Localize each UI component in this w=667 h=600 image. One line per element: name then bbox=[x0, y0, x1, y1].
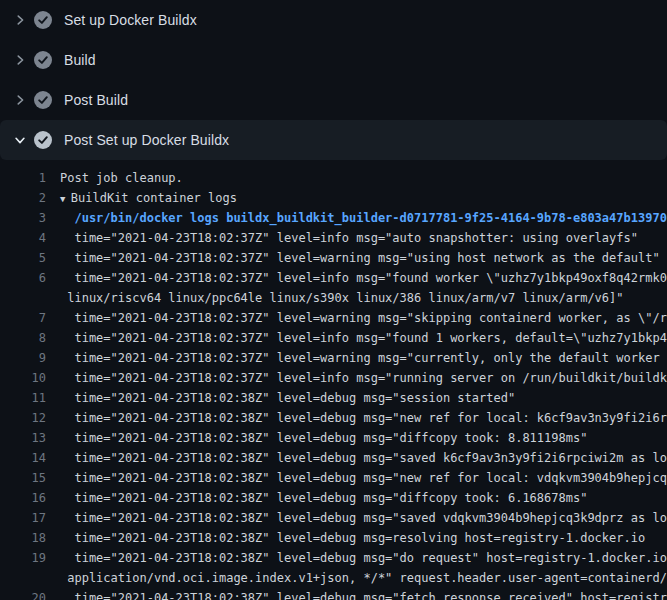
step-label: Post Set up Docker Buildx bbox=[64, 120, 229, 160]
log-line-text: time="2021-04-23T18:02:37Z" level=warnin… bbox=[46, 348, 667, 368]
log-line-text: time="2021-04-23T18:02:38Z" level=debug … bbox=[46, 448, 667, 468]
log-line-number[interactable]: 15 bbox=[0, 468, 46, 488]
log-line-text: ▼BuildKit container logs bbox=[46, 188, 237, 209]
log-line-text: time="2021-04-23T18:02:37Z" level=info m… bbox=[46, 368, 667, 388]
log-line-text: time="2021-04-23T18:02:38Z" level=debug … bbox=[46, 428, 587, 448]
log-line-text: application/vnd.oci.image.index.v1+json,… bbox=[46, 568, 667, 588]
log-line: 18 time="2021-04-23T18:02:38Z" level=deb… bbox=[0, 528, 667, 548]
log-line-number[interactable]: 18 bbox=[0, 528, 46, 548]
log-line-number[interactable]: 8 bbox=[0, 328, 46, 348]
step-header-post-set-up-docker-buildx[interactable]: Post Set up Docker Buildx bbox=[0, 120, 667, 160]
step-label: Set up Docker Buildx bbox=[64, 0, 197, 40]
log-lines: 1 Post job cleanup. 2 ▼BuildKit containe… bbox=[0, 160, 667, 600]
chevron-down-icon[interactable] bbox=[12, 132, 28, 148]
log-line-text: time="2021-04-23T18:02:37Z" level=info m… bbox=[46, 228, 638, 248]
log-line-text: time="2021-04-23T18:02:38Z" level=debug … bbox=[46, 528, 645, 548]
log-line-number[interactable]: 11 bbox=[0, 388, 46, 408]
log-line: 14 time="2021-04-23T18:02:38Z" level=deb… bbox=[0, 448, 667, 468]
log-line-text: /usr/bin/docker logs buildx_buildkit_bui… bbox=[46, 208, 667, 228]
step-label: Build bbox=[64, 40, 96, 80]
log-line: 1 Post job cleanup. bbox=[0, 168, 667, 188]
log-line: 12 time="2021-04-23T18:02:38Z" level=deb… bbox=[0, 408, 667, 428]
log-line-number[interactable]: 5 bbox=[0, 248, 46, 268]
group-toggle-icon[interactable]: ▼ bbox=[60, 189, 71, 209]
log-line: 8 time="2021-04-23T18:02:37Z" level=info… bbox=[0, 328, 667, 348]
log-line-number[interactable]: 19 bbox=[0, 548, 46, 568]
log-line-number[interactable]: 9 bbox=[0, 348, 46, 368]
step-header-set-up-docker-buildx[interactable]: Set up Docker Buildx bbox=[0, 0, 667, 40]
log-line: linux/riscv64 linux/ppc64le linux/s390x … bbox=[0, 288, 667, 308]
step-header-post-build[interactable]: Post Build bbox=[0, 80, 667, 120]
log-line: 2 ▼BuildKit container logs bbox=[0, 188, 667, 208]
log-line: 6 time="2021-04-23T18:02:37Z" level=info… bbox=[0, 268, 667, 288]
log-line: 16 time="2021-04-23T18:02:38Z" level=deb… bbox=[0, 488, 667, 508]
log-line-text: time="2021-04-23T18:02:37Z" level=info m… bbox=[46, 328, 667, 348]
log-line-text: time="2021-04-23T18:02:38Z" level=debug … bbox=[46, 588, 667, 600]
log-line-number[interactable]: 12 bbox=[0, 408, 46, 428]
log-line-number[interactable]: 16 bbox=[0, 488, 46, 508]
log-line-text: time="2021-04-23T18:02:37Z" level=info m… bbox=[46, 268, 667, 288]
log-line-number[interactable]: 13 bbox=[0, 428, 46, 448]
log-line-text: time="2021-04-23T18:02:38Z" level=debug … bbox=[46, 408, 667, 428]
log-line: application/vnd.oci.image.index.v1+json,… bbox=[0, 568, 667, 588]
log-line-text: time="2021-04-23T18:02:38Z" level=debug … bbox=[46, 468, 667, 488]
log-line: 10 time="2021-04-23T18:02:37Z" level=inf… bbox=[0, 368, 667, 388]
check-circle-icon bbox=[34, 91, 52, 109]
chevron-right-icon[interactable] bbox=[12, 12, 28, 28]
log-line-text: linux/riscv64 linux/ppc64le linux/s390x … bbox=[46, 288, 624, 308]
log-line: 3 /usr/bin/docker logs buildx_buildkit_b… bbox=[0, 208, 667, 228]
step-header-build[interactable]: Build bbox=[0, 40, 667, 80]
actions-log-viewer: Set up Docker Buildx Build Post Buil bbox=[0, 0, 667, 600]
log-line-text: time="2021-04-23T18:02:38Z" level=debug … bbox=[46, 548, 667, 568]
step-label: Post Build bbox=[64, 80, 128, 120]
log-line: 9 time="2021-04-23T18:02:37Z" level=warn… bbox=[0, 348, 667, 368]
log-line: 4 time="2021-04-23T18:02:37Z" level=info… bbox=[0, 228, 667, 248]
log-line-number[interactable]: 20 bbox=[0, 588, 46, 600]
log-line-number[interactable]: 4 bbox=[0, 228, 46, 248]
check-circle-icon bbox=[34, 131, 52, 149]
log-line-text: time="2021-04-23T18:02:38Z" level=debug … bbox=[46, 508, 667, 528]
log-line: 20 time="2021-04-23T18:02:38Z" level=deb… bbox=[0, 588, 667, 600]
log-line: 7 time="2021-04-23T18:02:37Z" level=warn… bbox=[0, 308, 667, 328]
log-line: 19 time="2021-04-23T18:02:38Z" level=deb… bbox=[0, 548, 667, 568]
log-line: 15 time="2021-04-23T18:02:38Z" level=deb… bbox=[0, 468, 667, 488]
log-line-number[interactable]: 10 bbox=[0, 368, 46, 388]
log-line-text: time="2021-04-23T18:02:37Z" level=warnin… bbox=[46, 248, 660, 268]
log-line-number[interactable]: 2 bbox=[0, 188, 46, 208]
chevron-right-icon[interactable] bbox=[12, 92, 28, 108]
log-line-number[interactable]: 1 bbox=[0, 168, 46, 188]
log-line-text: time="2021-04-23T18:02:38Z" level=debug … bbox=[46, 488, 587, 508]
chevron-right-icon[interactable] bbox=[12, 52, 28, 68]
log-line-number[interactable]: 7 bbox=[0, 308, 46, 328]
log-line: 13 time="2021-04-23T18:02:38Z" level=deb… bbox=[0, 428, 667, 448]
log-line-number[interactable]: 6 bbox=[0, 268, 46, 288]
log-line-number[interactable]: 3 bbox=[0, 208, 46, 228]
check-circle-icon bbox=[34, 51, 52, 69]
steps-list: Set up Docker Buildx Build Post Buil bbox=[0, 0, 667, 160]
check-circle-icon bbox=[34, 11, 52, 29]
log-line-text: Post job cleanup. bbox=[46, 168, 183, 188]
log-line: 5 time="2021-04-23T18:02:37Z" level=warn… bbox=[0, 248, 667, 268]
log-line-text: time="2021-04-23T18:02:37Z" level=warnin… bbox=[46, 308, 667, 328]
log-line: 17 time="2021-04-23T18:02:38Z" level=deb… bbox=[0, 508, 667, 528]
log-line-number[interactable]: 14 bbox=[0, 448, 46, 468]
log-line-text: time="2021-04-23T18:02:38Z" level=debug … bbox=[46, 388, 515, 408]
log-line-number[interactable]: 17 bbox=[0, 508, 46, 528]
log-line: 11 time="2021-04-23T18:02:38Z" level=deb… bbox=[0, 388, 667, 408]
